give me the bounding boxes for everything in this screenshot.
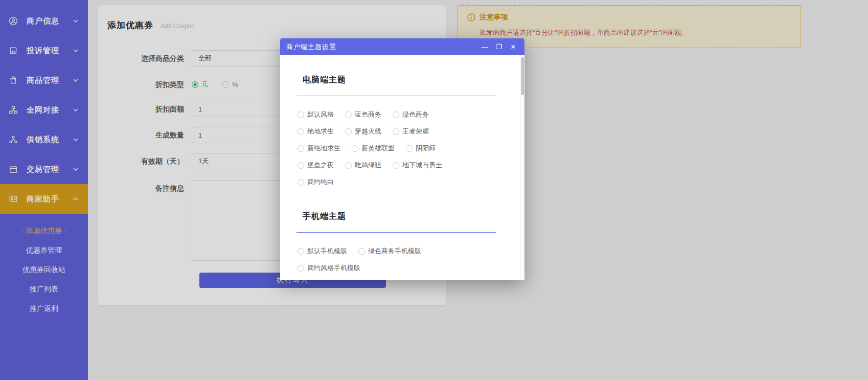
theme-options: 默认风格蓝色商务绿色商务绝地求生穿越火线王者荣耀新绝地求生新英雄联盟阴阳师堡垒之… xyxy=(298,109,469,194)
theme-option[interactable]: 王者荣耀 xyxy=(393,126,429,137)
theme-option[interactable]: 堡垒之夜 xyxy=(298,160,334,170)
theme-option-label: 简约纯白 xyxy=(307,177,334,187)
radio-unselected-icon xyxy=(298,111,304,118)
theme-section-heading: 电脑端主题 xyxy=(303,75,496,85)
radio-unselected-icon xyxy=(393,128,399,135)
close-icon[interactable]: ✕ xyxy=(508,38,518,55)
modal-body: 电脑端主题默认风格蓝色商务绿色商务绝地求生穿越火线王者荣耀新绝地求生新英雄联盟阴… xyxy=(280,55,524,280)
theme-option[interactable]: 简约风格手机模版 xyxy=(298,263,360,273)
radio-unselected-icon xyxy=(406,145,413,152)
theme-option[interactable]: 简约纯白 xyxy=(298,177,334,187)
radio-unselected-icon xyxy=(352,145,358,152)
modal-sections: 电脑端主题默认风格蓝色商务绿色商务绝地求生穿越火线王者荣耀新绝地求生新英雄联盟阴… xyxy=(296,75,496,280)
radio-unselected-icon xyxy=(298,128,304,135)
radio-unselected-icon xyxy=(345,162,352,169)
radio-unselected-icon xyxy=(393,162,399,169)
theme-option[interactable]: 绿色商务 xyxy=(393,109,429,120)
theme-option[interactable]: 默认手机模版 xyxy=(298,246,347,256)
theme-option-label: 穿越火线 xyxy=(355,127,381,136)
minimize-icon[interactable]: — xyxy=(479,38,490,55)
scrollbar-thumb[interactable] xyxy=(521,57,524,95)
radio-unselected-icon xyxy=(298,179,304,186)
theme-option[interactable]: 地下城与勇士 xyxy=(393,160,442,170)
theme-option-label: 默认风格 xyxy=(307,110,334,119)
theme-option-label: 堡垒之夜 xyxy=(307,161,334,170)
maximize-icon[interactable]: ❐ xyxy=(494,38,504,55)
radio-unselected-icon xyxy=(358,248,365,255)
theme-section: 电脑端主题默认风格蓝色商务绿色商务绝地求生穿越火线王者荣耀新绝地求生新英雄联盟阴… xyxy=(296,75,496,194)
radio-unselected-icon xyxy=(298,265,304,272)
theme-option-label: 绝地求生 xyxy=(307,127,334,136)
modal-header[interactable]: 商户端主题设置 — ❐ ✕ xyxy=(280,38,524,55)
radio-unselected-icon xyxy=(298,248,304,255)
theme-option-label: 简约风格手机模版 xyxy=(307,263,360,273)
section-divider xyxy=(296,96,496,96)
theme-option[interactable]: 绿色商务手机模版 xyxy=(358,246,421,256)
theme-option-label: 吃鸡绿狙 xyxy=(355,161,381,170)
theme-option-label: 阴阳师 xyxy=(416,144,436,153)
theme-option-label: 新绝地求生 xyxy=(307,144,340,153)
theme-option[interactable]: 穿越火线 xyxy=(345,126,381,137)
theme-options: 默认手机模版绿色商务手机模版简约风格手机模版 xyxy=(298,246,469,280)
theme-option[interactable]: 蓝色商务 xyxy=(345,109,381,120)
theme-option[interactable]: 阴阳师 xyxy=(406,143,436,153)
modal-scrollbar[interactable] xyxy=(520,55,524,280)
theme-section: 手机端主题默认手机模版绿色商务手机模版简约风格手机模版 xyxy=(296,211,496,280)
radio-unselected-icon xyxy=(298,162,304,169)
theme-option[interactable]: 吃鸡绿狙 xyxy=(345,160,381,170)
theme-option-label: 地下城与勇士 xyxy=(402,161,442,170)
theme-option[interactable]: 绝地求生 xyxy=(298,126,334,137)
theme-option-label: 绿色商务 xyxy=(402,110,429,119)
theme-option-label: 绿色商务手机模版 xyxy=(368,247,421,256)
theme-option-label: 王者荣耀 xyxy=(402,127,429,136)
theme-option[interactable]: 新英雄联盟 xyxy=(352,143,395,153)
radio-unselected-icon xyxy=(298,145,304,152)
theme-option[interactable]: 新绝地求生 xyxy=(298,143,340,153)
section-divider xyxy=(296,232,496,233)
radio-unselected-icon xyxy=(345,128,352,135)
radio-unselected-icon xyxy=(345,111,352,118)
theme-option-label: 新英雄联盟 xyxy=(361,144,395,153)
radio-unselected-icon xyxy=(393,111,399,118)
theme-section-heading: 手机端主题 xyxy=(303,211,496,222)
modal-title: 商户端主题设置 xyxy=(286,42,475,52)
theme-option-label: 蓝色商务 xyxy=(355,110,381,119)
theme-settings-modal: 商户端主题设置 — ❐ ✕ 电脑端主题默认风格蓝色商务绿色商务绝地求生穿越火线王… xyxy=(280,38,524,280)
theme-option[interactable]: 默认风格 xyxy=(298,109,334,120)
theme-option-label: 默认手机模版 xyxy=(307,247,347,256)
